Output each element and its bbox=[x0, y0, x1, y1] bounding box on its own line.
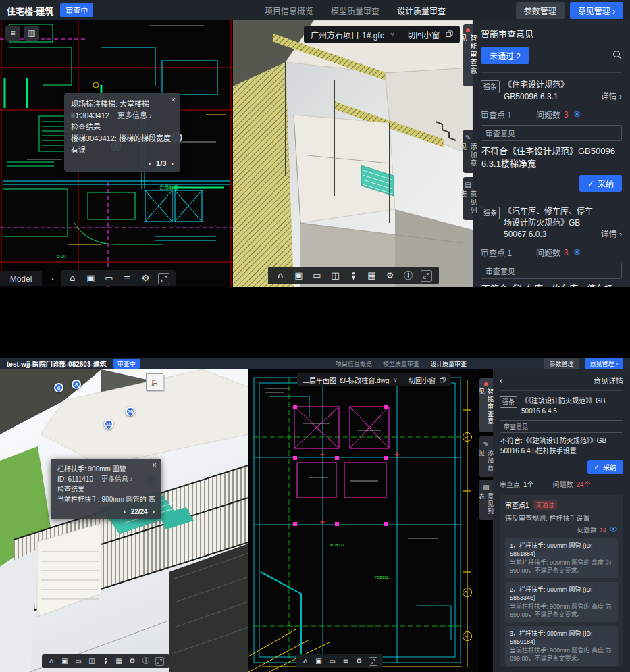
detail-link[interactable]: 详情 › bbox=[601, 229, 622, 240]
tooltip-title: 栏杆扶手: 900mm 圆管 bbox=[57, 464, 155, 474]
window-switch-icon[interactable] bbox=[440, 373, 446, 386]
nav-model-quality[interactable]: 模型质量审查 bbox=[331, 5, 379, 16]
fullscreen-icon[interactable] bbox=[369, 657, 377, 666]
nav-model-quality[interactable]: 模型质量审查 bbox=[383, 359, 419, 368]
window-switch-icon[interactable] bbox=[446, 28, 453, 41]
fullscreen-icon[interactable] bbox=[155, 657, 164, 666]
nav-project-info[interactable]: 项目信息概览 bbox=[336, 359, 372, 368]
review-point-group: 审查点1 未通过 违反审查规则: 栏杆扶手设置 问题数 24 1、栏杆扶手: 9… bbox=[500, 495, 623, 667]
opinion-manage-button[interactable]: 意见管理 › bbox=[585, 358, 624, 369]
home-icon[interactable]: ⌂ bbox=[271, 267, 290, 284]
fullscreen-icon[interactable] bbox=[421, 270, 432, 282]
opinion-manage-button[interactable]: 意见管理 › bbox=[570, 2, 623, 19]
home-icon[interactable]: ⌂ bbox=[298, 655, 312, 667]
cad-2d-viewport[interactable]: 合用前室 6.00 ≡ ▥ × 现场标注楼梯: 大堂楼梯 ID:3043412更… bbox=[0, 20, 233, 287]
issue-item[interactable]: 1、栏杆扶手: 900mm 圆管 (ID: 5861884) 当前栏杆扶手: 9… bbox=[505, 538, 618, 578]
info-icon[interactable]: ⓘ bbox=[139, 655, 153, 667]
info-icon[interactable]: ⓘ bbox=[399, 267, 417, 284]
measure-icon[interactable]: ▭ bbox=[72, 655, 85, 667]
cad-elevation-label: 6.00 bbox=[57, 254, 66, 259]
visibility-icon[interactable] bbox=[572, 110, 582, 120]
param-manage-button[interactable]: 参数管理 bbox=[516, 2, 565, 19]
select-icon[interactable]: ▣ bbox=[82, 270, 100, 286]
tooltip-id: ID:3043412 bbox=[71, 111, 109, 120]
more-info-link[interactable]: 更多信息 › bbox=[101, 475, 132, 483]
pencil-icon: ✎ bbox=[483, 440, 489, 448]
chevron-down-icon[interactable]: ∨ bbox=[393, 376, 398, 383]
visibility-icon[interactable] bbox=[609, 526, 618, 534]
tab-opinion-list[interactable]: ▤ 意见列表 bbox=[463, 177, 473, 220]
measure-icon[interactable]: ▭ bbox=[308, 267, 326, 284]
tooltip-result: 楼梯3043412: 楼梯的梯段宽度有误 bbox=[71, 133, 174, 156]
more-info-link[interactable]: 更多信息 › bbox=[117, 111, 152, 120]
tab-add-opinion[interactable]: ✎ 添加意见 bbox=[463, 130, 473, 173]
accept-button[interactable]: ✓采纳 bbox=[579, 175, 622, 192]
switch-window-link[interactable]: 切回小窗 bbox=[409, 375, 436, 385]
select-icon[interactable]: ▣ bbox=[290, 267, 308, 284]
mandatory-badge: 强条 bbox=[481, 207, 500, 219]
layers-icon[interactable]: ≡ bbox=[118, 270, 136, 286]
tooltip-title: 现场标注楼梯: 大堂楼梯 bbox=[71, 99, 174, 110]
list-icon[interactable]: ▦ bbox=[112, 655, 126, 667]
status-badge: 审查中 bbox=[60, 3, 93, 17]
switch-window-link[interactable]: 切回小窗 bbox=[407, 29, 440, 41]
chevron-down-icon[interactable]: ∨ bbox=[390, 31, 395, 38]
failed-filter-button[interactable]: 未通过 2 bbox=[481, 47, 529, 64]
next-icon[interactable]: › bbox=[153, 508, 155, 515]
detail-link[interactable]: 详情 › bbox=[601, 91, 622, 103]
issue-pin[interactable]: 8 bbox=[72, 380, 81, 389]
issue-pin[interactable]: 20 bbox=[126, 407, 135, 416]
issue-pin[interactable]: 10 bbox=[104, 419, 113, 429]
close-icon[interactable]: × bbox=[152, 461, 157, 470]
nav-design-quality[interactable]: 设计质量审查 bbox=[430, 359, 467, 368]
model-tab[interactable]: Model bbox=[0, 271, 42, 286]
accept-button[interactable]: ✓采纳 bbox=[587, 460, 623, 474]
param-manage-button[interactable]: 参数管理 bbox=[544, 358, 579, 369]
issue-item[interactable]: 3、栏杆扶手: 900mm 圆管 (ID: 5859184) 当前栏杆扶手: 9… bbox=[505, 626, 618, 666]
next-icon[interactable]: › bbox=[171, 159, 174, 167]
home-icon[interactable]: ⌂ bbox=[63, 270, 82, 286]
measure-icon[interactable]: ▭ bbox=[325, 655, 339, 667]
tab-smart-review-opinions[interactable]: 智能审查意见 bbox=[479, 378, 493, 432]
close-icon[interactable]: × bbox=[171, 95, 176, 105]
drawing-file-name[interactable]: 二层平面图_t3-标改柱窗.dwg bbox=[303, 375, 389, 385]
walkthrough-icon[interactable] bbox=[99, 655, 112, 667]
model-3d-viewport[interactable]: 广州方石项目-1#.gfc ∨ 切回小窗 ⌂ ▣ ▭ ◫ ▦ ⚙ ⓘ bbox=[233, 20, 473, 287]
back-icon[interactable]: ‹ bbox=[500, 376, 503, 385]
layers-icon[interactable]: ≡ bbox=[339, 655, 352, 667]
settings-icon[interactable]: ⚙ bbox=[352, 655, 366, 667]
walkthrough-icon[interactable] bbox=[344, 267, 363, 284]
section-icon[interactable]: ◫ bbox=[85, 655, 99, 667]
settings-icon[interactable]: ⚙ bbox=[136, 270, 155, 286]
prev-icon[interactable]: ‹ bbox=[124, 508, 126, 515]
thumbnail-icon[interactable]: ▥ bbox=[24, 26, 39, 41]
select-icon[interactable]: ▣ bbox=[58, 655, 72, 667]
issue-item[interactable]: 2、栏杆扶手: 900mm 圆管 (ID: 5863346) 当前栏杆扶手: 9… bbox=[505, 582, 618, 622]
issue-pin[interactable]: 6 bbox=[54, 383, 63, 392]
home-icon[interactable]: ⌂ bbox=[45, 655, 58, 667]
settings-icon[interactable]: ⚙ bbox=[381, 267, 399, 284]
top-screenshot: 住宅楼-建筑 审查中 项目信息概览 模型质量审查 设计质量审查 参数管理 意见管… bbox=[0, 0, 630, 287]
list-icon: ▤ bbox=[465, 181, 471, 188]
nav-project-info[interactable]: 项目信息概览 bbox=[265, 5, 313, 16]
tab-smart-review-opinions[interactable]: 智能审查意见 bbox=[463, 24, 473, 86]
model-3d-viewport[interactable]: 后 6 8 20 10 22 × 栏杆扶手: 900mm 圆管 ID: 6111… bbox=[0, 369, 248, 672]
cad-2d-viewport[interactable]: H G H YCB031 YCB02L 二层平面图_t3-标改柱窗.dwg ∨ … bbox=[248, 369, 479, 672]
nav-design-quality[interactable]: 设计质量审查 bbox=[397, 5, 446, 16]
tab-opinion-list[interactable]: ▤ 意见列表 bbox=[479, 480, 493, 520]
prev-icon[interactable]: ‹ bbox=[149, 159, 151, 167]
view-cube[interactable]: 后 bbox=[146, 373, 163, 391]
menu-icon[interactable]: ≡ bbox=[5, 26, 20, 41]
tab-add-opinion[interactable]: ✎ 添加意见 bbox=[479, 436, 493, 477]
settings-icon[interactable]: ⚙ bbox=[126, 655, 139, 667]
search-icon[interactable] bbox=[612, 50, 622, 62]
measure-icon[interactable]: ▭ bbox=[100, 270, 118, 286]
section-icon[interactable]: ◫ bbox=[326, 267, 344, 284]
list-icon[interactable]: ▦ bbox=[363, 267, 381, 284]
model-file-name[interactable]: 广州方石项目-1#.gfc bbox=[311, 29, 384, 41]
select-icon[interactable]: ▣ bbox=[312, 655, 325, 667]
visibility-icon[interactable] bbox=[572, 248, 582, 257]
fullscreen-icon[interactable] bbox=[158, 273, 169, 284]
main-nav: 项目信息概览 模型质量审查 设计质量审查 bbox=[265, 5, 446, 16]
caret-up-icon[interactable]: ▴ bbox=[51, 276, 54, 282]
